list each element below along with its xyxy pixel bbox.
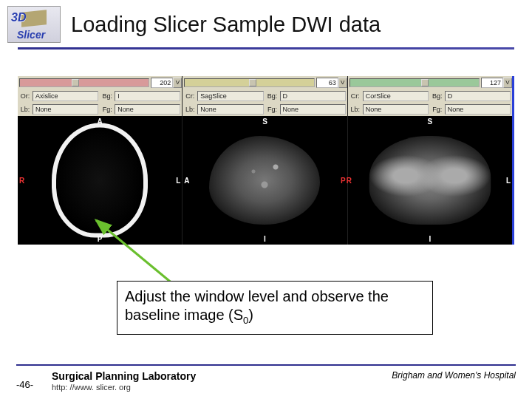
cor-row2: Lb: None Fg: None bbox=[348, 103, 512, 116]
sag-orient-bottom: I bbox=[264, 235, 266, 243]
lab-name-text: Surgical Planning Laboratory bbox=[52, 370, 196, 382]
cor-v-button[interactable]: V bbox=[503, 78, 512, 88]
axial-image[interactable]: A P R L bbox=[18, 116, 182, 245]
sag-slice-slider[interactable] bbox=[184, 78, 314, 87]
sag-orientation-dropdown[interactable]: SagSlice bbox=[197, 91, 263, 101]
lab-url: http: //www. slicer. org bbox=[52, 383, 392, 392]
sag-slice-value[interactable]: 63 bbox=[316, 78, 338, 88]
cor-bg-label: Bg: bbox=[430, 92, 445, 100]
sag-image[interactable]: S I A P bbox=[183, 116, 347, 245]
callout-text-post: ) bbox=[248, 307, 253, 323]
axial-lb-dropdown[interactable]: None bbox=[33, 104, 98, 115]
axial-bg-label: Bg: bbox=[100, 92, 115, 100]
sag-orient-top: S bbox=[262, 117, 267, 126]
axial-slice-value[interactable]: 202 bbox=[151, 78, 173, 88]
slice-viewer: 202 V Or: Axislice Bg: I Lb: None Fg: No… bbox=[18, 76, 514, 245]
cor-lb-label: Lb: bbox=[348, 106, 363, 113]
hospital-name: Brigham and Women's Hospital bbox=[392, 370, 516, 381]
cor-image[interactable]: S I R L bbox=[348, 116, 512, 245]
sag-orient-right: P bbox=[341, 177, 346, 185]
axial-orient-bottom: P bbox=[98, 235, 103, 243]
sag-lb-dropdown[interactable]: None bbox=[197, 104, 263, 115]
title-rule bbox=[18, 47, 514, 50]
sag-row2: Lb: None Fg: None bbox=[183, 103, 347, 116]
axial-bg-dropdown[interactable]: I bbox=[115, 91, 180, 101]
sag-brain-slice bbox=[209, 136, 320, 225]
instruction-callout: Adjust the window level and observe the … bbox=[117, 281, 433, 335]
sag-v-button[interactable]: V bbox=[338, 78, 347, 88]
cor-orient-right: L bbox=[506, 177, 511, 185]
cor-orient-bottom: I bbox=[429, 235, 431, 243]
panel-sagittal: 63 V Cr: SagSlice Bg: D Lb: None Fg: Non… bbox=[183, 76, 347, 245]
cor-cr-label: Cr: bbox=[348, 92, 363, 100]
sag-bg-dropdown[interactable]: D bbox=[280, 91, 346, 101]
axial-brain-slice bbox=[52, 123, 148, 238]
lab-name: Surgical Planning Laboratory http: //www… bbox=[52, 370, 392, 392]
axial-orient-right: L bbox=[176, 177, 180, 185]
panel-axial: 202 V Or: Axislice Bg: I Lb: None Fg: No… bbox=[18, 76, 183, 245]
callout-text-pre: Adjust the window level and observe the … bbox=[125, 288, 389, 323]
axial-orient-left: R bbox=[19, 177, 24, 185]
cor-row1: Cr: CorSlice Bg: D bbox=[348, 89, 512, 103]
logo-bottom-text: Slicer bbox=[17, 29, 45, 41]
sag-orient-left: A bbox=[184, 177, 189, 185]
axial-row2: Lb: None Fg: None bbox=[18, 103, 182, 116]
cor-fg-dropdown[interactable]: None bbox=[445, 104, 511, 115]
axial-slider-row: 202 V bbox=[18, 76, 182, 89]
axial-orientation-dropdown[interactable]: Axislice bbox=[33, 91, 98, 101]
axial-or-label: Or: bbox=[18, 92, 33, 100]
sag-bg-label: Bg: bbox=[265, 92, 280, 100]
cor-orient-left: R bbox=[347, 177, 352, 185]
sag-fg-label: Fg: bbox=[265, 106, 280, 113]
page-title: Loading Slicer Sample DWI data bbox=[71, 13, 381, 37]
page-number: -46- bbox=[16, 370, 52, 390]
axial-slice-slider[interactable] bbox=[19, 78, 149, 87]
axial-lb-label: Lb: bbox=[18, 106, 33, 113]
cor-brain-slice bbox=[369, 136, 491, 225]
axial-row1: Or: Axislice Bg: I bbox=[18, 89, 182, 103]
logo-top-text: 3D bbox=[11, 11, 26, 24]
sag-row1: Cr: SagSlice Bg: D bbox=[183, 89, 347, 103]
slide-header: 3D Slicer Loading Slicer Sample DWI data bbox=[0, 0, 532, 43]
sag-fg-dropdown[interactable]: None bbox=[280, 104, 346, 115]
cor-orientation-dropdown[interactable]: CorSlice bbox=[363, 91, 429, 101]
axial-fg-dropdown[interactable]: None bbox=[115, 104, 180, 115]
slide-footer: -46- Surgical Planning Laboratory http: … bbox=[0, 364, 532, 392]
footer-rule bbox=[16, 364, 516, 366]
axial-orient-top: A bbox=[98, 117, 103, 126]
cor-lb-dropdown[interactable]: None bbox=[363, 104, 429, 115]
cor-slice-slider[interactable] bbox=[349, 78, 480, 87]
slicer-logo: 3D Slicer bbox=[7, 6, 61, 43]
sag-cr-label: Cr: bbox=[183, 92, 197, 100]
cor-orient-top: S bbox=[427, 117, 432, 126]
cor-fg-label: Fg: bbox=[430, 106, 445, 113]
cor-slider-row: 127 V bbox=[348, 76, 512, 89]
axial-v-button[interactable]: V bbox=[173, 78, 182, 88]
sag-slider-row: 63 V bbox=[183, 76, 347, 89]
panel-coronal: 127 V Cr: CorSlice Bg: D Lb: None Fg: No… bbox=[348, 76, 512, 245]
cor-slice-value[interactable]: 127 bbox=[481, 78, 503, 88]
axial-fg-label: Fg: bbox=[100, 106, 115, 113]
sag-lb-label: Lb: bbox=[183, 106, 197, 113]
cor-bg-dropdown[interactable]: D bbox=[445, 91, 511, 101]
